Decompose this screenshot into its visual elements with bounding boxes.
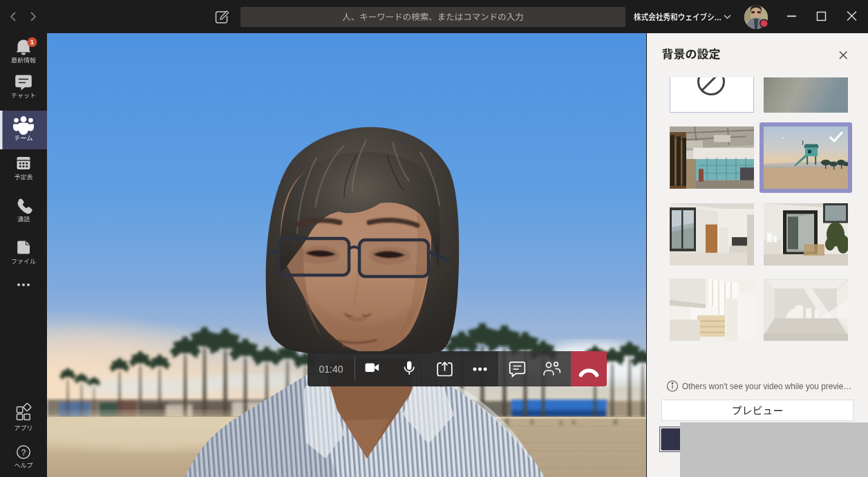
svg-text:1: 1 <box>30 38 35 46</box>
svg-text:01:40: 01:40 <box>319 364 343 375</box>
svg-text:?: ? <box>21 448 26 458</box>
